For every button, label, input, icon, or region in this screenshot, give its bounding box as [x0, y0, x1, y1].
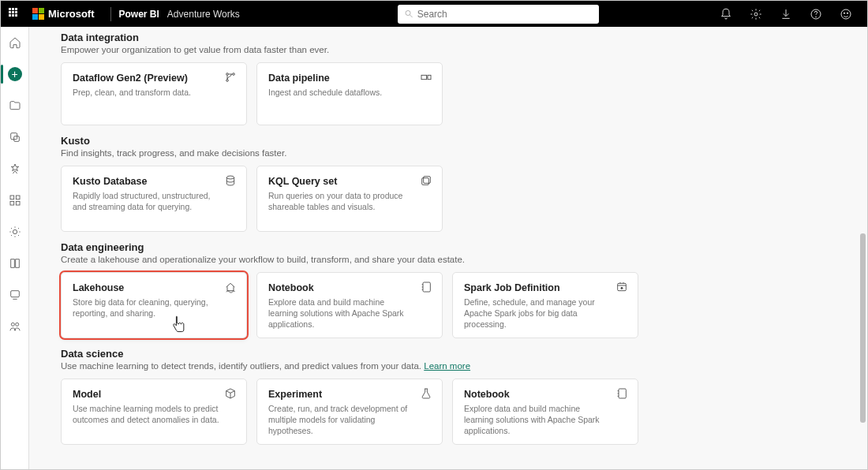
workspace-label: Adventure Works [167, 9, 240, 20]
section-subtitle: Use machine learning to detect trends, i… [61, 361, 858, 371]
svg-rect-25 [422, 178, 429, 185]
card-notebook-eng[interactable]: Notebook Explore data and build machine … [256, 272, 443, 338]
card-title: Model [73, 389, 235, 400]
app-root: Microsoft Power BI Adventure Works + [0, 0, 868, 470]
download-icon[interactable] [779, 7, 793, 21]
workspaces-icon[interactable] [4, 284, 26, 306]
card-notebook-sci[interactable]: Notebook Explore data and build machine … [452, 379, 638, 445]
card-dataflow-gen2[interactable]: Dataflow Gen2 (Preview) Prep, clean, and… [61, 62, 247, 125]
card-title: Data pipeline [268, 73, 431, 84]
svg-point-14 [13, 229, 17, 233]
monitoring-icon[interactable] [4, 221, 26, 243]
main-content[interactable]: Data integration Empower your organizati… [29, 27, 867, 469]
svg-point-16 [11, 323, 14, 326]
svg-rect-15 [10, 291, 19, 297]
scrollbar-thumb[interactable] [860, 233, 866, 423]
product-label: Power BI [119, 9, 159, 20]
brand-block: Microsoft Power BI Adventure Works [32, 7, 240, 21]
metrics-icon[interactable] [4, 158, 26, 180]
card-kusto-database[interactable]: Kusto Database Rapidly load structured, … [61, 166, 247, 232]
svg-rect-12 [10, 201, 14, 205]
card-experiment[interactable]: Experiment Create, run, and track develo… [256, 379, 443, 445]
app-launcher-icon[interactable] [9, 8, 21, 21]
onelake-icon[interactable] [4, 126, 26, 148]
card-title: Notebook [268, 282, 431, 293]
search-input[interactable] [417, 9, 593, 20]
section-title: Data science [61, 348, 858, 360]
experiment-icon [420, 387, 432, 400]
card-title: Lakehouse [73, 282, 235, 293]
card-desc: Run queries on your data to produce shar… [268, 190, 431, 212]
svg-rect-9 [13, 136, 19, 142]
card-desc: Ingest and schedule dataflows. [268, 87, 431, 98]
learn-icon[interactable] [4, 252, 26, 274]
topbar: Microsoft Power BI Adventure Works [1, 1, 867, 27]
card-desc: Explore data and build machine learning … [268, 297, 431, 330]
card-model[interactable]: Model Use machine learning models to pre… [61, 379, 247, 445]
body-area: + Data integration Empower your organiza… [1, 27, 867, 469]
apps-icon[interactable] [4, 189, 26, 211]
card-lakehouse[interactable]: Lakehouse Store big data for cleaning, q… [61, 272, 247, 338]
card-title: Notebook [464, 389, 627, 400]
svg-point-20 [233, 73, 235, 76]
lakehouse-icon [224, 281, 237, 293]
card-title: Experiment [268, 389, 431, 400]
my-workspace-icon[interactable] [4, 315, 26, 338]
section-subtitle: Create a lakehouse and operationalize yo… [61, 255, 858, 264]
svg-rect-13 [16, 201, 20, 205]
search-box[interactable] [398, 5, 599, 24]
create-icon[interactable]: + [4, 63, 26, 85]
svg-point-0 [406, 10, 410, 15]
svg-point-4 [816, 17, 817, 17]
svg-point-5 [841, 9, 851, 19]
section-data-engineering: Data engineering Create a lakehouse and … [61, 241, 858, 338]
microsoft-label: Microsoft [48, 8, 95, 20]
model-icon [224, 387, 237, 400]
card-kql-query-set[interactable]: KQL Query set Run queries on your data t… [256, 166, 443, 232]
svg-point-7 [847, 13, 847, 13]
card-title: KQL Query set [268, 176, 431, 187]
microsoft-logo-icon [32, 8, 44, 20]
database-icon [224, 174, 237, 187]
card-data-pipeline[interactable]: Data pipeline Ingest and schedule datafl… [256, 62, 443, 125]
section-kusto: Kusto Find insights, track progress, and… [61, 135, 858, 232]
svg-line-1 [410, 15, 412, 17]
help-icon[interactable] [809, 7, 823, 21]
svg-rect-26 [423, 282, 430, 292]
sparkjob-icon [615, 281, 628, 293]
card-title: Kusto Database [73, 176, 235, 187]
notebook-icon [615, 387, 628, 400]
learn-more-link[interactable]: Learn more [424, 361, 470, 371]
pipeline-icon [420, 71, 432, 84]
notifications-icon[interactable] [719, 7, 733, 21]
card-desc: Create, run, and track development of mu… [268, 403, 431, 437]
home-icon[interactable] [4, 32, 26, 54]
card-spark-job[interactable]: Spark Job Definition Define, schedule, a… [452, 272, 638, 338]
card-desc: Explore data and build machine learning … [464, 403, 627, 437]
search-icon [404, 9, 413, 19]
svg-point-6 [844, 13, 844, 13]
svg-rect-10 [10, 196, 14, 200]
svg-point-23 [226, 176, 234, 179]
card-desc: Use machine learning models to predict o… [73, 403, 235, 425]
branch-icon [224, 71, 237, 84]
section-data-science: Data science Use machine learning to det… [61, 348, 858, 445]
svg-point-18 [226, 73, 229, 76]
scrollbar[interactable] [858, 28, 866, 468]
svg-point-2 [754, 13, 758, 16]
svg-rect-28 [619, 389, 626, 398]
svg-rect-24 [424, 177, 431, 184]
card-desc: Rapidly load structured, unstructured, a… [73, 190, 235, 212]
section-subtitle: Find insights, track progress, and make … [61, 148, 858, 158]
svg-rect-22 [428, 75, 431, 79]
card-title: Spark Job Definition [464, 282, 627, 293]
svg-rect-21 [421, 75, 427, 79]
card-desc: Prep, clean, and transform data. [73, 87, 235, 98]
section-title: Data integration [61, 32, 858, 43]
browse-icon[interactable] [4, 95, 26, 117]
svg-point-19 [226, 80, 229, 82]
notebook-icon [420, 281, 432, 293]
section-subtitle: Empower your organization to get value f… [61, 45, 858, 54]
feedback-icon[interactable] [839, 7, 853, 21]
settings-icon[interactable] [749, 7, 763, 21]
